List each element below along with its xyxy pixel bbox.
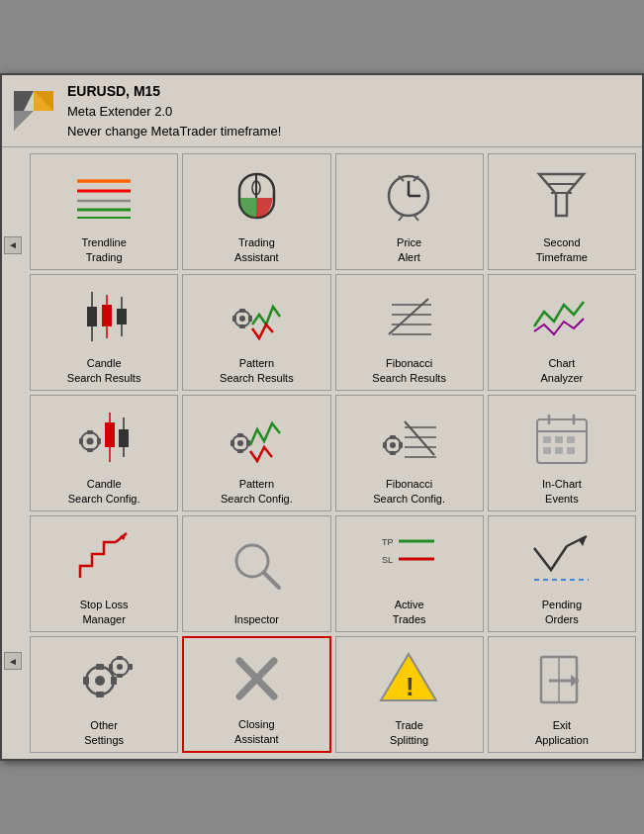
svg-rect-99 [129,664,133,670]
trade-splitting-label: TradeSplitting [390,718,428,747]
active-trades-label: ActiveTrades [393,598,426,626]
app-name-label: Meta Extender 2.0 [67,104,172,119]
svg-rect-54 [230,440,234,446]
svg-rect-26 [102,305,112,326]
in-chart-events-button[interactable]: In-ChartEvents [488,395,636,511]
svg-rect-97 [117,674,123,678]
price-alert-button[interactable]: PriceAlert [335,153,484,270]
svg-rect-31 [239,309,245,313]
closing-assistant-button[interactable]: ClosingAssistant [182,636,330,753]
fibonacci-search-config-label: FibonacciSearch Config. [373,477,445,506]
svg-rect-75 [555,447,563,454]
warning-label: Never change MetaTrader timeframe! [67,124,281,139]
second-timeframe-button[interactable]: SecondTimeframe [488,153,636,270]
svg-text:TP: TP [382,537,394,547]
pending-orders-icon [493,522,631,594]
fibonacci-search-results-label: FibonacciSearch Results [372,356,446,385]
svg-rect-59 [390,451,396,455]
trading-assistant-label: TradingAssistant [234,235,279,264]
svg-rect-52 [237,433,243,437]
svg-rect-91 [96,692,104,697]
trendline-trading-button[interactable]: TrendlineTrading [30,153,178,270]
trendline-trading-icon [35,160,173,232]
trading-assistant-icon [187,160,325,232]
svg-point-57 [390,442,396,448]
svg-rect-53 [237,449,243,453]
other-settings-label: OtherSettings [84,718,124,747]
exit-application-label: ExitApplication [535,718,589,747]
svg-rect-71 [543,436,551,443]
svg-rect-32 [239,324,245,328]
candle-search-results-button[interactable]: CandleSearch Results [30,274,178,391]
symbol-label: EURUSD, M15 [67,83,160,99]
second-timeframe-label: SecondTimeframe [536,235,588,264]
svg-text:!: ! [406,672,414,701]
fibonacci-search-results-button[interactable]: FibonacciSearch Results [335,274,484,391]
price-alert-label: PriceAlert [397,235,421,264]
main-window: EURUSD, M15 Meta Extender 2.0 Never chan… [0,73,644,761]
second-timeframe-icon [493,160,631,232]
svg-rect-43 [87,448,93,452]
exit-application-button[interactable]: ExitApplication [488,636,636,753]
svg-point-89 [95,676,105,686]
left-nav: ◄ ◄ [2,147,24,759]
svg-text:SL: SL [382,555,393,565]
chart-analyzer-button[interactable]: ChartAnalyzer [488,274,636,391]
pending-orders-button[interactable]: PendingOrders [488,515,636,632]
candle-search-results-icon [35,281,173,352]
pattern-search-results-button[interactable]: PatternSearch Results [182,274,330,391]
svg-line-62 [405,421,434,455]
svg-rect-34 [248,316,252,322]
in-chart-events-icon [493,402,631,473]
svg-rect-24 [87,307,97,326]
chart-analyzer-icon [493,281,631,352]
active-trades-icon: TP SL [340,522,479,594]
chart-analyzer-label: ChartAnalyzer [540,356,583,385]
candle-search-config-icon [35,402,173,473]
svg-rect-49 [119,429,129,447]
inspector-icon [187,522,325,608]
svg-rect-90 [96,664,104,670]
active-trades-button[interactable]: TP SL ActiveTrades [335,515,484,632]
closing-assistant-label: ClosingAssistant [234,717,279,746]
svg-point-41 [86,438,93,445]
trendline-trading-label: TrendlineTrading [81,235,126,264]
svg-line-18 [399,216,403,221]
svg-rect-76 [567,447,575,454]
svg-rect-42 [87,430,93,434]
svg-rect-47 [105,422,115,447]
exit-application-icon [493,643,631,714]
closing-assistant-icon [188,644,324,713]
svg-rect-28 [117,309,127,324]
fibonacci-search-config-icon [340,402,479,473]
grid-container: TrendlineTrading TradingAs [24,147,642,759]
pattern-search-results-icon [187,281,325,352]
main-area: ◄ ◄ TrendlineTrading [2,147,642,759]
header-text: EURUSD, M15 Meta Extender 2.0 Never chan… [67,81,281,140]
stop-loss-manager-label: Stop LossManager [80,598,129,626]
svg-rect-44 [79,438,83,444]
inspector-label: Inspector [234,612,279,626]
svg-rect-92 [83,677,89,685]
stop-loss-manager-icon [35,522,173,594]
svg-marker-20 [539,174,584,216]
pattern-search-config-icon [187,402,325,473]
title-bar: EURUSD, M15 Meta Extender 2.0 Never chan… [2,75,642,147]
trade-splitting-icon: ! [340,643,479,714]
pattern-search-config-button[interactable]: PatternSearch Config. [182,395,330,511]
nav-arrow-top[interactable]: ◄ [4,236,22,254]
trading-assistant-button[interactable]: TradingAssistant [182,153,330,270]
fibonacci-search-config-button[interactable]: FibonacciSearch Config. [335,395,484,511]
inspector-button[interactable]: Inspector [182,515,330,632]
candle-search-config-button[interactable]: CandleSearch Config. [30,395,178,511]
svg-rect-98 [109,664,113,670]
svg-rect-33 [232,316,236,322]
svg-marker-3 [34,91,53,111]
svg-point-30 [239,316,245,322]
price-alert-icon [340,160,479,232]
trade-splitting-button[interactable]: ! TradeSplitting [335,636,484,753]
stop-loss-manager-button[interactable]: Stop LossManager [30,515,178,632]
other-settings-button[interactable]: OtherSettings [30,636,178,753]
app-logo [10,87,57,135]
nav-arrow-bottom[interactable]: ◄ [4,652,22,670]
